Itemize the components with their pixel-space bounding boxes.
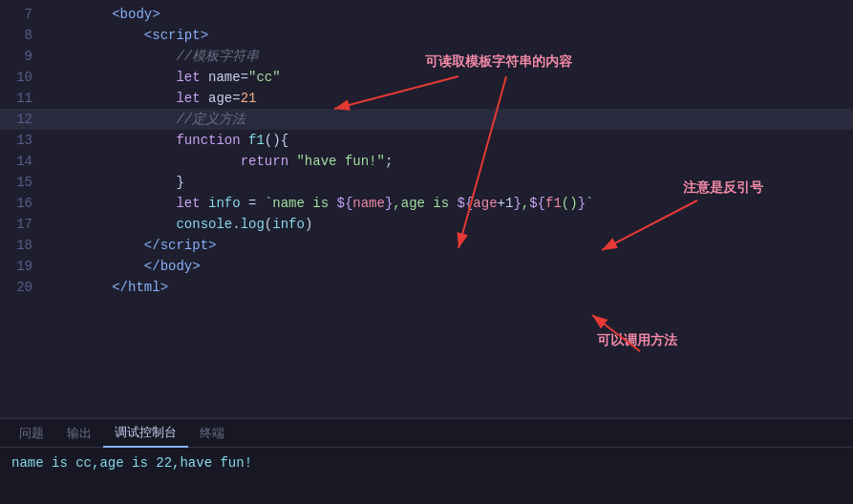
line-content-16: let info = `name is ${name},age is ${age… xyxy=(48,196,853,211)
line-number-20: 20 xyxy=(0,280,48,295)
code-line-7: 7 <body> xyxy=(0,4,853,25)
code-line-13: 13 function f1(){ xyxy=(0,130,853,151)
line-number-18: 18 xyxy=(0,238,48,253)
annotation-call-method: 可以调用方法 xyxy=(597,332,677,349)
line-number-13: 13 xyxy=(0,133,48,148)
line-content-10: let name="cc" xyxy=(48,70,853,85)
line-content-11: let age=21 xyxy=(48,91,853,106)
code-line-20: 20 </html> xyxy=(0,277,853,298)
code-line-11: 11 let age=21 xyxy=(0,88,853,109)
line-content-20: </html> xyxy=(48,280,853,295)
code-line-17: 17 console.log(info) xyxy=(0,214,853,235)
code-line-16: 16 let info = `name is ${name},age is ${… xyxy=(0,193,853,214)
code-line-9: 9 //模板字符串 xyxy=(0,46,853,67)
line-number-17: 17 xyxy=(0,217,48,232)
line-content-15: } xyxy=(48,175,853,190)
editor-area: 7 <body> 8 <script> 9 //模板字符串 10 let nam… xyxy=(0,0,853,418)
panel-output: name is cc,age is 22,have fun! xyxy=(0,448,853,478)
line-content-18: </script> xyxy=(48,238,853,253)
line-content-7: <body> xyxy=(48,7,853,22)
line-content-8: <script> xyxy=(48,28,853,43)
code-line-18: 18 </script> xyxy=(0,235,853,256)
line-number-19: 19 xyxy=(0,259,48,274)
tab-output[interactable]: 输出 xyxy=(55,419,103,448)
line-number-11: 11 xyxy=(0,91,48,106)
code-container: 7 <body> 8 <script> 9 //模板字符串 10 let nam… xyxy=(0,0,853,418)
code-line-14: 14 return "have fun!"; xyxy=(0,151,853,172)
line-content-12: //定义方法 xyxy=(48,111,853,128)
line-content-19: </body> xyxy=(48,259,853,274)
line-number-10: 10 xyxy=(0,70,48,85)
code-line-15: 15 } xyxy=(0,172,853,193)
code-line-10: 10 let name="cc" xyxy=(0,67,853,88)
line-number-8: 8 xyxy=(0,28,48,43)
tab-debug-console[interactable]: 调试控制台 xyxy=(103,419,188,448)
line-number-9: 9 xyxy=(0,49,48,64)
code-line-19: 19 </body> xyxy=(0,256,853,277)
line-content-13: function f1(){ xyxy=(48,133,853,148)
line-number-12: 12 xyxy=(0,112,48,127)
code-line-8: 8 <script> xyxy=(0,25,853,46)
line-number-15: 15 xyxy=(0,175,48,190)
line-content-14: return "have fun!"; xyxy=(48,154,853,169)
line-number-7: 7 xyxy=(0,7,48,22)
bottom-panel: 问题 输出 调试控制台 终端 name is cc,age is 22,have… xyxy=(0,418,853,504)
svg-line-3 xyxy=(592,315,640,351)
line-number-14: 14 xyxy=(0,154,48,169)
line-content-9: //模板字符串 xyxy=(48,48,853,65)
line-number-16: 16 xyxy=(0,196,48,211)
panel-tabs: 问题 输出 调试控制台 终端 xyxy=(0,419,853,448)
console-output-text: name is cc,age is 22,have fun! xyxy=(11,455,252,471)
line-content-17: console.log(info) xyxy=(48,217,853,232)
tab-terminal[interactable]: 终端 xyxy=(188,419,236,448)
code-line-12: 12 //定义方法 xyxy=(0,109,853,130)
tab-problems[interactable]: 问题 xyxy=(8,419,55,448)
